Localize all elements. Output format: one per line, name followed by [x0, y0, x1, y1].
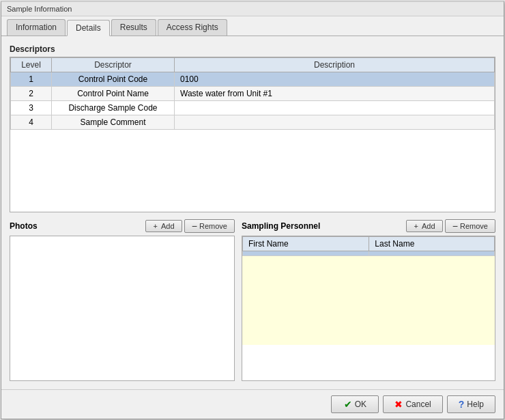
sampling-add-icon: + [414, 222, 418, 230]
descriptor-value [175, 115, 495, 130]
descriptor-level: 1 [11, 72, 52, 87]
descriptor-name: Control Point Code [52, 72, 175, 87]
descriptor-row[interactable]: 1 Control Point Code 0100 [11, 72, 495, 87]
tab-details[interactable]: Details [67, 20, 110, 36]
cancel-button[interactable]: ✖ Cancel [383, 395, 442, 413]
descriptor-level: 4 [11, 115, 52, 130]
descriptor-row[interactable]: 2 Control Point Name Waste water from Un… [11, 87, 495, 101]
descriptor-level: 2 [11, 87, 52, 101]
descriptors-section: Descriptors Level Descriptor Description… [10, 44, 495, 212]
col-level: Level [11, 58, 52, 72]
sampling-remove-button[interactable]: − Remove [445, 219, 495, 233]
help-button[interactable]: ? Help [447, 395, 495, 413]
photos-label: Photos [10, 221, 145, 231]
descriptor-name: Control Point Name [52, 87, 175, 101]
cancel-label: Cancel [405, 400, 431, 409]
sampling-panel: Sampling Personnel + Add − Remove [242, 219, 495, 381]
ok-button[interactable]: ✔ OK [331, 395, 379, 413]
descriptor-name: Discharge Sample Code [52, 101, 175, 115]
col-descriptor: Descriptor [52, 58, 175, 72]
photos-add-button[interactable]: + Add [145, 220, 182, 232]
descriptors-table-container: Level Descriptor Description 1 Control P… [10, 57, 495, 212]
photos-panel: Photos + Add − Remove [10, 219, 235, 381]
bottom-panels: Photos + Add − Remove Sampling Person [10, 219, 495, 381]
sampling-label: Sampling Personnel [242, 221, 406, 231]
descriptor-name: Sample Comment [52, 115, 175, 130]
ok-icon: ✔ [344, 399, 352, 410]
sampling-col-firstname: First Name [243, 237, 369, 251]
photos-remove-button[interactable]: − Remove [184, 219, 235, 233]
help-label: Help [467, 400, 484, 409]
photos-header: Photos + Add − Remove [10, 219, 235, 233]
descriptor-value: Waste water from Unit #1 [175, 87, 495, 101]
sampling-add-button[interactable]: + Add [406, 220, 442, 232]
descriptors-empty-space [10, 130, 495, 212]
tab-results[interactable]: Results [111, 19, 156, 36]
photos-remove-icon: − [192, 221, 197, 231]
descriptor-level: 3 [11, 101, 52, 115]
sampling-empty-area [242, 256, 495, 345]
content-area: Descriptors Level Descriptor Description… [1, 36, 504, 389]
sampling-selected-row[interactable] [243, 251, 495, 256]
descriptor-row[interactable]: 4 Sample Comment [11, 115, 495, 130]
title-bar: Sample Information [1, 2, 504, 16]
sampling-col-lastname: Last Name [369, 237, 495, 251]
sampling-table: First Name Last Name [242, 236, 495, 256]
tab-access-rights[interactable]: Access Rights [158, 19, 227, 36]
descriptors-table: Level Descriptor Description 1 Control P… [10, 57, 495, 130]
sampling-box: First Name Last Name [242, 236, 495, 381]
tab-information[interactable]: Information [7, 19, 66, 36]
cancel-icon: ✖ [394, 399, 403, 410]
ok-label: OK [355, 400, 366, 409]
photos-box [10, 236, 235, 381]
footer: ✔ OK ✖ Cancel ? Help [1, 389, 504, 419]
sampling-header: Sampling Personnel + Add − Remove [242, 219, 495, 233]
main-window: Sample Information Information Details R… [1, 1, 504, 419]
help-icon: ? [459, 399, 465, 410]
photos-add-icon: + [153, 222, 157, 230]
tabs-bar: Information Details Results Access Right… [1, 16, 504, 36]
window-title: Sample Information [7, 5, 72, 13]
descriptor-value [175, 101, 495, 115]
sampling-remove-icon: − [452, 221, 458, 231]
col-description: Description [175, 58, 495, 72]
descriptors-label: Descriptors [10, 44, 495, 54]
descriptor-value: 0100 [175, 72, 495, 87]
descriptor-row[interactable]: 3 Discharge Sample Code [11, 101, 495, 115]
